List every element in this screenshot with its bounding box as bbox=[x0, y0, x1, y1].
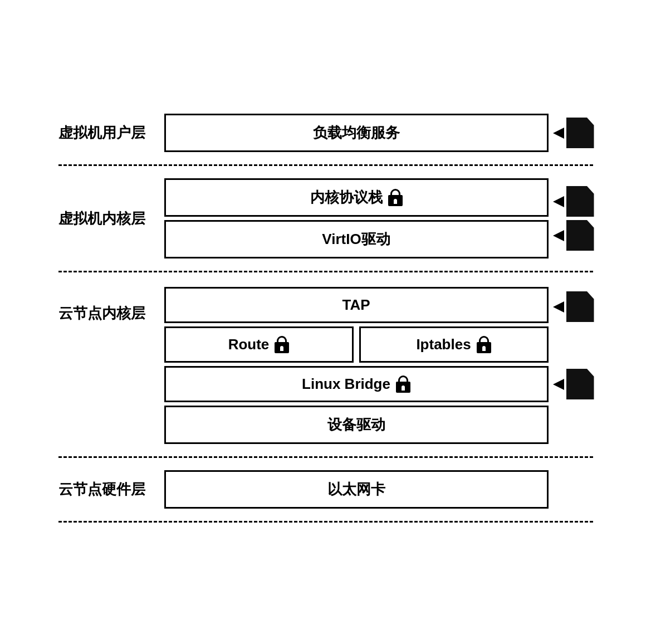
doc-bridge bbox=[566, 369, 594, 399]
label-cloud-kernel-text: 云节点内核层 bbox=[58, 305, 145, 321]
lock-keyhole bbox=[394, 199, 397, 204]
boxes-vm-user: 负载均衡服务 bbox=[164, 114, 549, 152]
arrow-kernel bbox=[547, 196, 564, 207]
lock-body bbox=[388, 195, 403, 206]
boxes-cloud-hardware: 以太网卡 bbox=[164, 470, 549, 509]
right-vm-user bbox=[549, 118, 593, 148]
doc-arrow-virtio bbox=[547, 220, 594, 251]
label-cloud-hardware: 云节点硬件层 bbox=[58, 480, 164, 499]
box-tap: TAP bbox=[164, 287, 549, 323]
separator-2 bbox=[58, 271, 593, 272]
lock-keyhole-iptables bbox=[482, 346, 486, 351]
box-row-route-iptables: Route Iptables bbox=[164, 326, 549, 363]
lock-body-bridge bbox=[396, 382, 410, 393]
doc-kernel bbox=[566, 186, 594, 217]
label-vm-kernel: 虚拟机内核层 bbox=[58, 209, 164, 228]
doc-arrow-tap bbox=[547, 291, 594, 322]
separator-4 bbox=[58, 521, 593, 523]
separator-3 bbox=[58, 456, 593, 458]
box-ethernet-text: 以太网卡 bbox=[327, 480, 385, 499]
doc-arrow-kernel-stack bbox=[547, 186, 594, 217]
box-virtio: VirtIO驱动 bbox=[164, 220, 549, 258]
box-linux-bridge-text: Linux Bridge bbox=[302, 375, 390, 393]
box-iptables: Iptables bbox=[359, 326, 549, 363]
box-linux-bridge: Linux Bridge bbox=[164, 366, 549, 402]
right-cloud-kernel bbox=[549, 287, 593, 440]
box-kernel-stack-text: 内核协议栈 bbox=[310, 188, 383, 207]
right-vm-kernel bbox=[549, 186, 593, 251]
lock-iptables bbox=[477, 336, 491, 353]
arrow-tap bbox=[547, 301, 564, 313]
box-tap-text: TAP bbox=[342, 296, 370, 314]
box-load-balance-text: 负载均衡服务 bbox=[313, 123, 400, 143]
arrow-vm-user bbox=[547, 128, 564, 139]
box-ethernet: 以太网卡 bbox=[164, 470, 549, 509]
doc-arrow-vm-user bbox=[547, 118, 594, 148]
layer-cloud-hardware: 云节点硬件层 以太网卡 bbox=[58, 468, 593, 511]
box-route-text: Route bbox=[228, 336, 270, 353]
box-load-balance: 负载均衡服务 bbox=[164, 114, 549, 152]
layer-vm-kernel-row1: 虚拟机内核层 内核协议栈 VirtIO驱动 bbox=[58, 176, 593, 261]
lock-kernel-stack bbox=[388, 189, 403, 206]
arrow-virtio bbox=[547, 230, 564, 241]
box-device-driver: 设备驱动 bbox=[164, 406, 549, 444]
box-virtio-text: VirtIO驱动 bbox=[322, 230, 390, 249]
label-cloud-hardware-text: 云节点硬件层 bbox=[58, 481, 145, 497]
label-vm-user: 虚拟机用户层 bbox=[58, 123, 164, 143]
lock-keyhole-route bbox=[280, 346, 283, 351]
lock-body-route bbox=[275, 342, 289, 353]
lock-body-iptables bbox=[477, 342, 491, 353]
label-vm-kernel-text: 虚拟机内核层 bbox=[58, 210, 145, 227]
doc-tap bbox=[566, 291, 594, 322]
lock-linux-bridge bbox=[396, 375, 410, 393]
box-kernel-stack: 内核协议栈 bbox=[164, 178, 549, 217]
doc-virtio bbox=[566, 220, 594, 251]
lock-route bbox=[275, 336, 289, 353]
arrow-bridge bbox=[547, 379, 564, 390]
box-route: Route bbox=[164, 326, 354, 363]
layer-cloud-kernel: 云节点内核层 TAP Route Iptable bbox=[58, 282, 593, 446]
box-iptables-text: Iptables bbox=[416, 336, 471, 353]
boxes-vm-kernel: 内核协议栈 VirtIO驱动 bbox=[164, 178, 549, 258]
boxes-cloud-kernel: TAP Route Iptables bbox=[164, 287, 549, 444]
doc-vm-user bbox=[566, 118, 594, 148]
layer-vm-user: 虚拟机用户层 负载均衡服务 bbox=[58, 111, 593, 154]
separator-1 bbox=[58, 164, 593, 166]
box-device-driver-text: 设备驱动 bbox=[327, 415, 385, 435]
doc-arrow-bridge bbox=[547, 369, 594, 399]
architecture-diagram: 虚拟机用户层 负载均衡服务 虚拟机内核层 内核协议栈 bbox=[47, 95, 604, 549]
lock-keyhole-bridge bbox=[402, 386, 405, 391]
label-cloud-kernel: 云节点内核层 bbox=[58, 287, 164, 323]
